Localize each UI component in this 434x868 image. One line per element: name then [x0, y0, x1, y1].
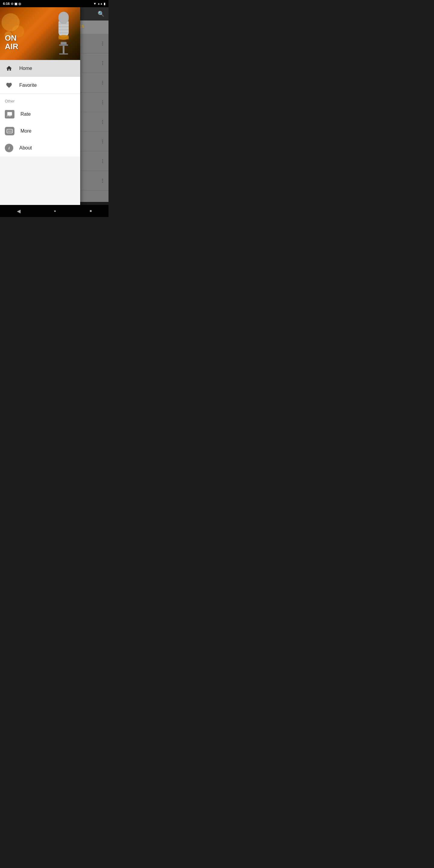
sidebar-item-rate[interactable]: Rate [0, 106, 80, 123]
navigation-drawer: ON AIR Home [0, 7, 80, 217]
signal-icon: ▲▲ [97, 2, 103, 5]
status-left: 6:16 ⊙ ▦ ◎ [3, 2, 21, 5]
more-label: More [21, 128, 31, 134]
sidebar-item-home[interactable]: Home [0, 60, 80, 77]
status-right: ▼ ▲▲ ▮ [93, 2, 105, 5]
home-label: Home [19, 66, 32, 71]
back-button[interactable]: ◀ [17, 208, 21, 214]
lastfm-icon: ◎ [19, 2, 21, 5]
app-container: 🔍 ATEGORIES 095 [0, 7, 108, 217]
favorite-label: Favorite [19, 83, 37, 88]
svg-point-17 [10, 130, 11, 131]
svg-rect-12 [7, 113, 10, 113]
sidebar-item-about[interactable]: i About [0, 140, 80, 156]
sim-icon: ▦ [14, 2, 17, 5]
svg-rect-9 [59, 35, 69, 39]
svg-rect-1 [59, 53, 68, 55]
battery-icon: ▮ [104, 2, 105, 5]
hero-image: ON AIR [0, 7, 80, 60]
sidebar-item-favorite[interactable]: Favorite [0, 77, 80, 94]
rate-icon [5, 110, 14, 119]
recents-button[interactable]: ■ [90, 209, 92, 213]
time-display: 6:16 [3, 2, 10, 5]
sidebar-item-more[interactable]: More [0, 123, 80, 140]
home-button[interactable]: ● [54, 209, 56, 213]
rate-label: Rate [21, 112, 31, 117]
on-air-text: ON AIR [5, 34, 19, 51]
radio-wave-icon: ⊙ [11, 2, 13, 5]
svg-point-16 [9, 130, 10, 131]
home-icon [5, 64, 13, 73]
bottom-nav-bar: ◀ ● ■ [0, 205, 108, 217]
drawer-overlay: ON AIR Home [0, 7, 108, 217]
nav-section: Home Favorite Other [0, 60, 80, 217]
svg-rect-7 [59, 12, 69, 24]
microphone-image [50, 9, 77, 59]
more-icon [5, 127, 14, 135]
info-icon: i [5, 144, 13, 152]
wifi-icon: ▼ [93, 2, 96, 5]
svg-point-15 [8, 130, 9, 131]
heart-icon [5, 81, 13, 90]
about-label: About [19, 145, 32, 151]
other-section-header: Other [0, 94, 80, 106]
svg-rect-13 [7, 114, 10, 114]
svg-rect-11 [59, 44, 68, 46]
status-bar: 6:16 ⊙ ▦ ◎ ▼ ▲▲ ▮ [0, 0, 108, 7]
svg-rect-0 [63, 45, 64, 54]
